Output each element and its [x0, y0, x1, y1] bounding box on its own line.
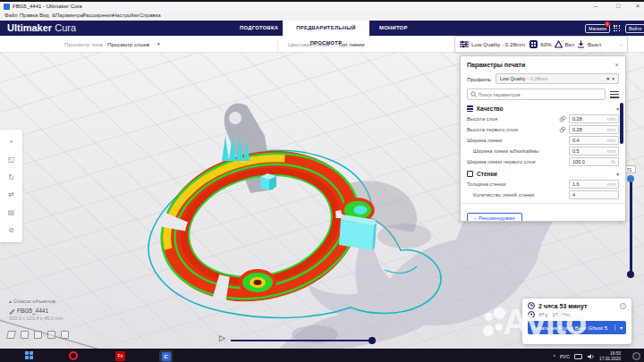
tab-prepare[interactable]: ПОДГОТОВКА	[240, 21, 278, 36]
setting-input[interactable]: 1.6mm	[569, 180, 619, 189]
menu-file[interactable]: Файл	[4, 13, 18, 18]
chevron-down-icon: ▾	[157, 41, 160, 46]
recommended-button[interactable]: ‹Рекомендован	[467, 213, 522, 223]
speaker-icon[interactable]	[587, 353, 595, 360]
path-slider-track[interactable]	[231, 340, 374, 341]
menu-edit[interactable]: Правка	[20, 13, 38, 18]
section-quality[interactable]: Качество ▾	[461, 102, 625, 114]
notification-badge[interactable]	[632, 352, 640, 360]
settings-menu-icon[interactable]	[610, 91, 619, 98]
setting-input[interactable]: 4	[569, 190, 619, 199]
path-slider-handle[interactable]	[369, 337, 376, 344]
setting-row: Высота слоя 0.28mm	[461, 114, 625, 124]
taskbar: Fz C ^ РУС 16:53 17.02.2023	[0, 349, 644, 362]
adhesion-value: Выкл	[588, 41, 601, 47]
quality-icon	[467, 105, 473, 112]
pencil-icon	[9, 309, 14, 315]
section-walls[interactable]: Стенки ▾	[461, 167, 625, 179]
clock-icon	[528, 302, 535, 309]
panel-scrollbar[interactable]	[620, 103, 623, 144]
setting-input[interactable]: 0.28mm	[569, 114, 619, 123]
divider	[277, 41, 278, 51]
material-icon	[528, 311, 535, 318]
minimize-button[interactable]: –	[594, 2, 597, 11]
view-3d-icon[interactable]	[6, 331, 16, 339]
mirror-tool-icon[interactable]: ⇄	[8, 190, 14, 198]
setting-row: Высота первого слоя 0.28mm	[461, 124, 625, 135]
material-usage: 48g · 16.04m	[538, 312, 570, 317]
menu-preferences[interactable]: Настройки	[113, 13, 139, 18]
tab-monitor[interactable]: МОНИТОР	[379, 21, 408, 36]
tab-preview[interactable]: ПРЕДВАРИТЕЛЬНЫЙ ПРОСМОТР	[283, 21, 369, 36]
setting-input[interactable]: 0.5mm	[569, 147, 619, 156]
setting-row: Ширина линии 0.4mm	[461, 135, 625, 146]
chevron-down-icon: ▾	[616, 172, 619, 177]
move-tool-icon[interactable]: +	[9, 138, 13, 146]
star-icon[interactable]: ★	[606, 76, 610, 81]
color-scheme-dropdown[interactable]: Тип линии	[338, 41, 364, 47]
object-list-header[interactable]: ▴ Список объектов	[9, 298, 64, 304]
menu-extensions[interactable]: Расширения	[82, 13, 114, 18]
print-settings-panel: Параметры печати × Профиль Low Quality -…	[460, 55, 626, 222]
taskbar-clock[interactable]: 16:53 17.02.2023	[599, 351, 621, 361]
profile-dropdown[interactable]: Low Quality - 0.28mm ★ ▾	[496, 73, 619, 84]
cura-taskbar-icon[interactable]: C	[159, 350, 173, 362]
view-right-icon[interactable]	[61, 331, 69, 339]
chevron-down-icon: ▾	[612, 76, 614, 81]
tray-expand-icon[interactable]: ^	[553, 354, 555, 359]
language-indicator[interactable]: РУС	[560, 354, 570, 359]
cura-window: FBG5_4441 - Ultimaker Cura – □ × Файл Пр…	[0, 0, 644, 362]
layer-slider-track[interactable]	[630, 180, 632, 274]
main-header: Ultimaker Cura ПОДГОТОВКА ПРЕДВАРИТЕЛЬНЫ…	[0, 21, 644, 36]
chevron-up-icon: ▴	[9, 299, 12, 304]
profile-label: Профиль	[467, 76, 491, 82]
layer-slider-bottom-handle[interactable]	[627, 271, 634, 278]
print-settings-summary[interactable]: Low Quality - 0.28mm 60% Вкл Выкл –	[454, 36, 628, 53]
keyboard-icon[interactable]	[574, 354, 582, 359]
maximize-button[interactable]: □	[616, 2, 620, 11]
panel-close-icon[interactable]: ×	[614, 61, 619, 69]
view-top-icon[interactable]	[34, 331, 42, 339]
setting-row: Ширина линии юбки/каймы 0.5mm	[461, 146, 625, 156]
search-input[interactable]	[479, 92, 602, 97]
print-button[interactable]: Печать на Flying Bear Ghost 5 ▾	[528, 321, 626, 334]
object-name-row[interactable]: FBG5_4441	[9, 307, 64, 314]
cura-app-icon	[4, 4, 10, 10]
setting-input[interactable]: 100.0%	[569, 157, 619, 166]
menu-help[interactable]: Справка	[140, 13, 161, 18]
menu-bar: Файл Правка Вид &Параметры Расширения На…	[0, 11, 644, 21]
app-logo: Ultimaker Cura	[7, 22, 76, 33]
sliders-icon	[460, 40, 469, 48]
view-front-icon[interactable]	[21, 331, 29, 339]
setting-row: Толщина стенки 1.6mm	[461, 179, 625, 189]
tool-palette: + ◱ ↻ ⇄ ▤ ⊘	[0, 130, 22, 242]
start-button[interactable]	[25, 351, 33, 359]
print-job-panel: 2 часа 53 минут i 48g · 16.04m Печать на…	[522, 299, 631, 344]
opera-taskbar-icon[interactable]	[69, 351, 78, 360]
support-value: Вкл	[565, 41, 575, 47]
rotate-tool-icon[interactable]: ↻	[8, 173, 14, 181]
support-blocker-icon[interactable]: ⊘	[8, 226, 14, 234]
chevron-down-icon: ▾	[616, 106, 619, 112]
menu-view[interactable]: Вид	[39, 13, 49, 18]
sign-in-button[interactable]: Войти	[625, 24, 644, 33]
filezilla-taskbar-icon[interactable]: Fz	[115, 351, 125, 361]
setting-input[interactable]: 0.28mm	[569, 125, 619, 134]
print-time: 2 часа 53 минут	[538, 303, 587, 309]
camera-presets	[7, 331, 69, 339]
view-type-dropdown[interactable]: Просмотр слоев	[107, 41, 149, 47]
system-tray: ^ РУС 16:53 17.02.2023	[553, 349, 621, 362]
info-icon[interactable]: i	[620, 303, 626, 309]
menu-settings[interactable]: &Параметры	[52, 13, 84, 18]
collapse-icon[interactable]: –	[620, 41, 623, 47]
close-button[interactable]: ×	[636, 2, 640, 11]
per-model-settings-icon[interactable]: ▤	[8, 208, 15, 216]
layer-slider-top-handle[interactable]	[627, 175, 634, 182]
apps-grid-icon[interactable]	[614, 25, 620, 31]
walls-icon	[467, 171, 473, 177]
play-icon[interactable]: ▷	[219, 333, 225, 342]
view-left-icon[interactable]	[47, 331, 55, 339]
scale-tool-icon[interactable]: ◱	[8, 156, 15, 164]
setting-input[interactable]: 0.4mm	[569, 136, 619, 145]
settings-search[interactable]	[467, 88, 606, 100]
